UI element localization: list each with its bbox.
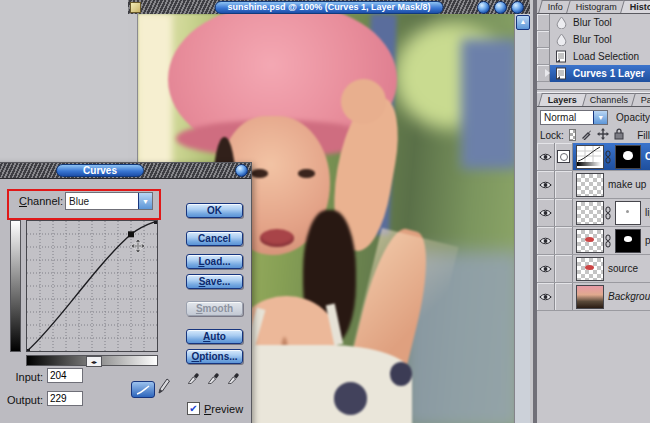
layer-name: lip bbox=[645, 207, 650, 218]
mask-shape bbox=[624, 236, 632, 242]
history-snapshot-box[interactable] bbox=[537, 14, 550, 31]
link-indicator-cell[interactable] bbox=[555, 283, 573, 310]
layer-row-make-up[interactable]: make up bbox=[537, 171, 650, 199]
curve-endpoint-highlights[interactable] bbox=[154, 221, 157, 224]
lips-thumbnail-shape bbox=[585, 265, 594, 270]
layer-row-curves-1[interactable]: Curves 1 bbox=[537, 143, 650, 171]
lock-paint-icon[interactable] bbox=[581, 129, 592, 142]
tab-histogram[interactable]: Histogram bbox=[566, 0, 627, 13]
options-button[interactable]: Options... bbox=[186, 349, 243, 364]
link-indicator-cell[interactable] bbox=[555, 171, 573, 198]
maximize-button[interactable] bbox=[494, 1, 507, 14]
visibility-toggle[interactable] bbox=[537, 143, 555, 170]
history-item[interactable]: Blur Tool bbox=[537, 31, 650, 48]
history-state-pointer-icon[interactable] bbox=[545, 69, 550, 77]
layer-row-source[interactable]: source bbox=[537, 255, 650, 283]
curve-grid[interactable] bbox=[26, 220, 158, 352]
layer-thumbnail[interactable] bbox=[576, 229, 604, 253]
scroll-up-button[interactable]: ▲ bbox=[516, 15, 530, 30]
tab-paths[interactable]: Paths bbox=[631, 93, 650, 106]
lock-label: Lock: bbox=[540, 130, 564, 141]
mask-link-icon[interactable] bbox=[604, 206, 612, 220]
cancel-button[interactable]: Cancel bbox=[186, 231, 243, 246]
eyedropper-row bbox=[187, 370, 240, 384]
layer-row-lip[interactable]: lip bbox=[537, 199, 650, 227]
auto-button[interactable]: Auto bbox=[186, 329, 243, 344]
document-scrollbar[interactable]: ▲ bbox=[514, 14, 530, 423]
document-title: sunshine.psd @ 100% (Curves 1, Layer Mas… bbox=[215, 1, 444, 14]
white-point-eyedropper-icon[interactable] bbox=[227, 370, 240, 384]
history-snapshot-box[interactable] bbox=[537, 48, 550, 65]
photoshop-workspace: sunshine.psd @ 100% (Curves 1, Layer Mas… bbox=[0, 0, 650, 423]
ok-button[interactable]: OK bbox=[186, 203, 243, 218]
layer-row-pp-fo[interactable]: pp fo bbox=[537, 227, 650, 255]
link-indicator-cell[interactable] bbox=[555, 255, 573, 282]
mask-link-icon[interactable] bbox=[604, 150, 612, 164]
layer-thumbnail[interactable] bbox=[576, 173, 604, 197]
input-gradient-ramp[interactable]: ◂▸ bbox=[26, 355, 158, 366]
layer-mask-thumbnail[interactable] bbox=[615, 145, 641, 169]
input-value-field[interactable] bbox=[47, 368, 83, 383]
history-snapshot-box[interactable] bbox=[537, 31, 550, 48]
document-title-bar[interactable]: sunshine.psd @ 100% (Curves 1, Layer Mas… bbox=[128, 0, 530, 15]
visibility-toggle[interactable] bbox=[537, 283, 555, 310]
tab-channels[interactable]: Channels bbox=[580, 93, 638, 106]
mask-link-icon[interactable] bbox=[604, 234, 612, 248]
curve-selected-point[interactable] bbox=[128, 231, 134, 237]
gray-point-eyedropper-icon[interactable] bbox=[207, 370, 220, 384]
eye-icon bbox=[539, 181, 552, 189]
history-panel: Info Histogram History Blur Tool Blur To… bbox=[537, 0, 650, 90]
history-item[interactable]: Load Selection bbox=[537, 48, 650, 65]
checkbox-checked-icon[interactable]: ✔ bbox=[187, 402, 200, 415]
layer-thumbnail[interactable] bbox=[576, 257, 604, 281]
history-snapshot-box[interactable] bbox=[537, 65, 550, 82]
dialog-close-button[interactable] bbox=[235, 164, 248, 177]
visibility-toggle[interactable] bbox=[537, 255, 555, 282]
panel-dock: Info Histogram History Blur Tool Blur To… bbox=[533, 0, 650, 423]
curves-dialog-title-bar[interactable]: Curves bbox=[0, 163, 251, 179]
lips bbox=[260, 229, 294, 247]
link-indicator-cell[interactable] bbox=[555, 199, 573, 226]
pencil-tool-button[interactable] bbox=[157, 377, 170, 397]
save-button[interactable]: Save... bbox=[186, 274, 243, 289]
link-indicator-cell[interactable] bbox=[555, 227, 573, 254]
opacity-label: Opacity bbox=[616, 112, 650, 123]
lock-all-icon[interactable] bbox=[614, 128, 624, 142]
mask-edit-indicator[interactable] bbox=[555, 143, 573, 170]
red-annotation-rectangle bbox=[7, 189, 161, 220]
minimize-button[interactable] bbox=[477, 1, 490, 14]
visibility-toggle[interactable] bbox=[537, 171, 555, 198]
layer-mask-thumbnail[interactable] bbox=[615, 229, 641, 253]
visibility-toggle[interactable] bbox=[537, 199, 555, 226]
layer-thumbnail[interactable] bbox=[576, 201, 604, 225]
tab-history[interactable]: History bbox=[620, 0, 650, 13]
move-cursor-icon bbox=[131, 239, 145, 253]
layer-mask-thumbnail[interactable] bbox=[615, 201, 641, 225]
preview-label: Preview bbox=[204, 403, 243, 415]
history-item-label: Curves 1 Layer bbox=[573, 68, 645, 79]
blend-mode-select[interactable]: Normal ▼ bbox=[540, 110, 608, 125]
black-point-eyedropper-icon[interactable] bbox=[187, 370, 200, 384]
curves-adjustment-thumbnail[interactable] bbox=[576, 145, 604, 169]
chevron-down-icon[interactable]: ▼ bbox=[593, 111, 607, 124]
point-curve-tool-button[interactable] bbox=[131, 381, 155, 398]
blend-mode-value: Normal bbox=[541, 112, 593, 123]
output-gradient-ramp[interactable] bbox=[10, 220, 21, 352]
blue-right bbox=[461, 39, 514, 170]
curve-endpoint-shadows[interactable] bbox=[27, 349, 30, 351]
ramp-reverse-widget[interactable]: ◂▸ bbox=[86, 356, 102, 367]
curve-plot[interactable] bbox=[27, 221, 157, 351]
lock-position-icon[interactable] bbox=[597, 128, 609, 142]
output-value-field[interactable] bbox=[47, 391, 83, 406]
preview-control[interactable]: ✔ Preview bbox=[187, 402, 243, 415]
lock-transparency-icon[interactable] bbox=[569, 129, 576, 141]
load-button[interactable]: Load... bbox=[186, 254, 243, 269]
layer-thumbnail[interactable] bbox=[576, 285, 604, 309]
visibility-toggle[interactable] bbox=[537, 227, 555, 254]
history-item-selected[interactable]: Curves 1 Layer bbox=[537, 65, 650, 82]
tab-layers[interactable]: Layers bbox=[538, 93, 587, 106]
history-item[interactable]: Blur Tool bbox=[537, 14, 650, 31]
layer-row-background[interactable]: Background bbox=[537, 283, 650, 311]
pencil-icon bbox=[157, 377, 170, 395]
close-button[interactable] bbox=[511, 1, 524, 14]
